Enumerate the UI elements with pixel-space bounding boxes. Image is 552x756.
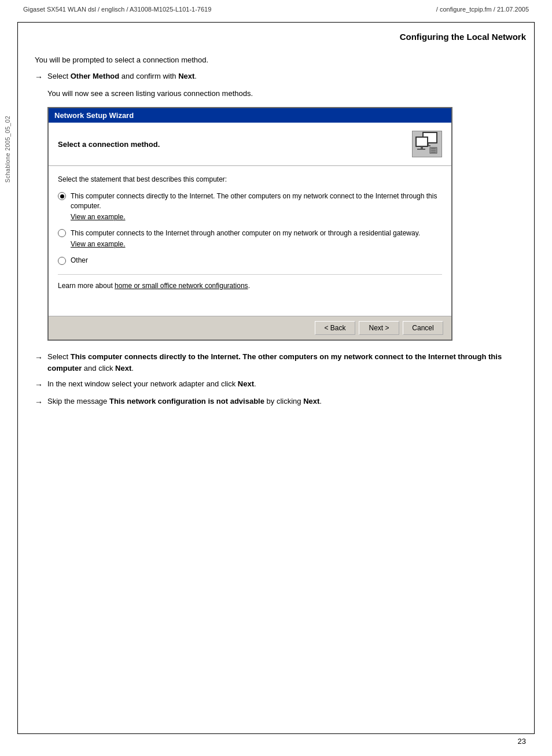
dialog-header-text: Select a connection method. xyxy=(58,140,160,149)
bullet-text-1: Select Other Method and confirm with Nex… xyxy=(47,71,526,82)
not-advisable-label: This network configuration is not advisa… xyxy=(109,397,264,405)
network-icon xyxy=(412,131,442,157)
radio-text-2: This computer connects to the Internet t… xyxy=(71,228,442,249)
dialog-header-area: Select a connection method. xyxy=(49,123,451,166)
network-setup-wizard-dialog: Network Setup Wizard Select a connection… xyxy=(47,107,452,341)
next-label-1: Next xyxy=(178,72,194,80)
page-right-border xyxy=(534,22,535,734)
arrow-icon-3: → xyxy=(35,379,43,391)
dialog-body-intro: Select the statement that best describes… xyxy=(58,175,442,183)
dialog-title: Network Setup Wizard xyxy=(54,111,134,120)
learn-more-section: Learn more about home or small office ne… xyxy=(58,274,442,290)
page-bottom-border xyxy=(17,733,535,734)
view-example-link-2[interactable]: View an example. xyxy=(71,239,442,249)
next-button[interactable]: Next > xyxy=(359,321,399,335)
next-label-3: Next xyxy=(238,379,254,388)
next-label-2: Next xyxy=(115,364,131,373)
dialog-title-bar: Network Setup Wizard xyxy=(49,108,451,123)
radio-option-3[interactable]: Other xyxy=(58,256,442,265)
network-icon-svg xyxy=(413,131,441,157)
radio-label-1: This computer connects directly to the I… xyxy=(71,192,437,210)
header-right: / configure_tcpip.fm / 21.07.2005 xyxy=(436,6,529,13)
arrow-icon-4: → xyxy=(35,396,43,408)
bullet-next-window: → In the next window select your network… xyxy=(35,378,526,391)
radio-option-1[interactable]: This computer connects directly to the I… xyxy=(58,191,442,222)
svg-rect-3 xyxy=(416,137,428,146)
main-content: Configuring the Local Network You will b… xyxy=(35,32,526,413)
dialog-body: Select the statement that best describes… xyxy=(49,166,451,316)
svg-rect-5 xyxy=(417,149,425,150)
other-method-label: Other Method xyxy=(71,72,120,80)
bullet-text-4: Skip the message This network configurat… xyxy=(47,396,526,407)
bullet-text-2: Select This computer connects directly t… xyxy=(47,351,526,374)
bullet-select-other-method: → Select Other Method and confirm with N… xyxy=(35,71,526,83)
cancel-button[interactable]: Cancel xyxy=(403,321,443,335)
intro-text: You will be prompted to select a connect… xyxy=(35,54,526,66)
bullet-select-direct: → Select This computer connects directly… xyxy=(35,351,526,374)
page-number: 23 xyxy=(518,737,526,746)
bullet-skip-message: → Skip the message This network configur… xyxy=(35,396,526,408)
radio-option-2[interactable]: This computer connects to the Internet t… xyxy=(58,228,442,249)
page-left-border xyxy=(17,22,18,734)
view-example-link-1[interactable]: View an example. xyxy=(71,212,442,222)
radio-button-1[interactable] xyxy=(58,192,66,200)
learn-more-suffix: . xyxy=(248,282,250,290)
bullet-text-3: In the next window select your network a… xyxy=(47,378,526,390)
arrow-icon-2: → xyxy=(35,352,43,364)
radio-label-2: This computer connects to the Internet t… xyxy=(71,229,420,237)
svg-rect-4 xyxy=(421,146,423,149)
radio-button-2[interactable] xyxy=(58,229,66,237)
learn-more-link[interactable]: home or small office network configurati… xyxy=(115,282,248,290)
back-button[interactable]: < Back xyxy=(315,321,355,335)
arrow-icon-1: → xyxy=(35,71,43,83)
radio-button-3[interactable] xyxy=(58,257,66,265)
radio-text-1: This computer connects directly to the I… xyxy=(71,191,442,222)
radio-label-3: Other xyxy=(71,256,88,264)
learn-more-prefix: Learn more about xyxy=(58,282,115,290)
page-header: Gigaset SX541 WLAN dsl / englisch / A310… xyxy=(23,6,529,13)
after-dialog-text: You will now see a screen listing variou… xyxy=(47,88,526,99)
dialog-footer: < Back Next > Cancel xyxy=(49,316,451,340)
page-title: Configuring the Local Network xyxy=(35,32,526,42)
header-left: Gigaset SX541 WLAN dsl / englisch / A310… xyxy=(23,6,211,13)
next-label-4: Next xyxy=(303,397,319,405)
side-label: Schablone 2005_05_02 xyxy=(5,116,11,183)
page-top-border xyxy=(17,22,535,23)
